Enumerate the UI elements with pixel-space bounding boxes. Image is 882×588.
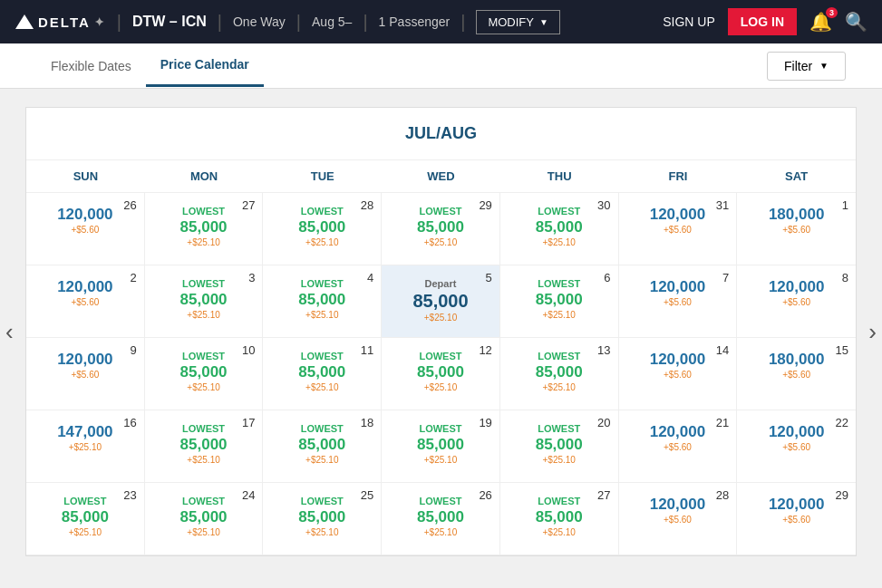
- calendar-cell[interactable]: 3LOWEST85,000+$25.10: [145, 265, 264, 338]
- cell-date-number: 23: [123, 488, 136, 502]
- calendar-cell[interactable]: 15180,000+$5.60: [737, 338, 856, 410]
- header-divider-2: |: [218, 12, 222, 33]
- login-button[interactable]: LOG IN: [728, 8, 797, 35]
- calendar-cell[interactable]: 5Depart85,000+$25.10: [382, 265, 500, 338]
- calendar-cell[interactable]: 6LOWEST85,000+$25.10: [500, 265, 619, 338]
- calendar-cell[interactable]: 28120,000+$5.60: [619, 483, 738, 555]
- calendar-cell[interactable]: 29120,000+$5.60: [737, 483, 856, 555]
- cell-price: 120,000: [625, 206, 732, 224]
- cell-label: LOWEST: [268, 278, 375, 289]
- calendar-cell[interactable]: 2120,000+$5.60: [26, 265, 145, 338]
- calendar-cell[interactable]: 21120,000+$5.60: [619, 410, 738, 483]
- calendar-cell[interactable]: 27LOWEST85,000+$25.10: [500, 483, 619, 555]
- calendar-cell[interactable]: 9120,000+$5.60: [26, 338, 145, 410]
- prev-month-button[interactable]: ‹: [5, 318, 14, 346]
- cell-price: 147,000: [32, 423, 139, 441]
- cell-price: 85,000: [268, 508, 375, 526]
- cell-label: LOWEST: [150, 278, 257, 289]
- cell-date-number: 14: [716, 343, 729, 357]
- calendar-cell[interactable]: 30LOWEST85,000+$25.10: [500, 193, 619, 265]
- route-display: DTW – ICN: [132, 14, 207, 30]
- calendar-cell[interactable]: 13LOWEST85,000+$25.10: [500, 338, 619, 410]
- cell-label: LOWEST: [268, 206, 375, 217]
- calendar-cell[interactable]: 24LOWEST85,000+$25.10: [145, 483, 264, 555]
- cell-fee: +$5.60: [742, 442, 850, 452]
- cell-fee: +$25.10: [387, 382, 494, 392]
- calendar-cell[interactable]: 20LOWEST85,000+$25.10: [500, 410, 619, 483]
- tab-price-calendar[interactable]: Price Calendar: [146, 44, 264, 87]
- logo-text: DELTA: [38, 14, 91, 30]
- calendar-cell[interactable]: 8120,000+$5.60: [737, 265, 856, 338]
- cell-date-number: 2: [130, 271, 136, 284]
- calendar-cell[interactable]: 25LOWEST85,000+$25.10: [263, 483, 382, 555]
- calendar-month-header: JUL/AUG: [26, 108, 856, 160]
- calendar-cell[interactable]: 22120,000+$5.60: [737, 410, 856, 483]
- cell-label: Depart: [387, 278, 494, 289]
- calendar-cell[interactable]: 14120,000+$5.60: [619, 338, 738, 410]
- cell-date-number: 20: [597, 416, 610, 429]
- cell-fee: +$25.10: [150, 382, 257, 392]
- cell-date-number: 10: [242, 343, 255, 357]
- filter-button[interactable]: Filter ▼: [767, 52, 846, 81]
- cell-fee: +$5.60: [32, 225, 139, 235]
- calendar-cell[interactable]: 12LOWEST85,000+$25.10: [382, 338, 500, 410]
- cell-date-number: 18: [361, 416, 373, 429]
- calendar-cell[interactable]: 7120,000+$5.60: [619, 265, 738, 338]
- calendar-cell[interactable]: 27LOWEST85,000+$25.10: [145, 193, 264, 265]
- calendar-cell[interactable]: 18LOWEST85,000+$25.10: [263, 410, 382, 483]
- modify-button[interactable]: MODIFY ▼: [476, 10, 559, 34]
- calendar-cell[interactable]: 1180,000+$5.60: [737, 193, 856, 265]
- cell-label: LOWEST: [387, 206, 494, 217]
- cell-date-number: 26: [479, 488, 491, 502]
- calendar-cell[interactable]: 4LOWEST85,000+$25.10: [263, 265, 382, 338]
- calendar-cell[interactable]: 23LOWEST85,000+$25.10: [26, 483, 145, 555]
- dow-cell-tue: TUE: [263, 160, 382, 192]
- notifications-bell[interactable]: 🔔 3: [809, 11, 832, 33]
- cell-fee: +$5.60: [625, 225, 732, 235]
- calendar-grid[interactable]: 26120,000+$5.6027LOWEST85,000+$25.1028LO…: [26, 193, 856, 555]
- tab-flexible-dates[interactable]: Flexible Dates: [36, 46, 146, 86]
- calendar-cell[interactable]: 11LOWEST85,000+$25.10: [263, 338, 382, 410]
- cell-price: 180,000: [742, 351, 850, 369]
- cell-price: 180,000: [742, 206, 850, 224]
- calendar-cell[interactable]: 31120,000+$5.60: [619, 193, 738, 265]
- cell-price: 120,000: [32, 206, 139, 224]
- cell-date-number: 27: [242, 198, 255, 212]
- dow-cell-sat: SAT: [737, 160, 856, 192]
- cell-date-number: 5: [486, 271, 492, 284]
- cell-label: LOWEST: [268, 423, 375, 434]
- next-month-button[interactable]: ›: [868, 318, 877, 346]
- calendar-cell[interactable]: 16147,000+$25.10: [26, 410, 145, 483]
- trip-type-display: One Way: [233, 14, 286, 29]
- calendar-cell[interactable]: 28LOWEST85,000+$25.10: [263, 193, 382, 265]
- calendar-cell[interactable]: 10LOWEST85,000+$25.10: [145, 338, 264, 410]
- cell-price: 85,000: [268, 363, 375, 381]
- calendar-cell[interactable]: 29LOWEST85,000+$25.10: [382, 193, 500, 265]
- dow-cell-sun: SUN: [26, 160, 145, 192]
- signup-button[interactable]: SIGN UP: [663, 14, 715, 29]
- cell-label: LOWEST: [506, 278, 613, 289]
- delta-logo[interactable]: DELTA ✦: [15, 12, 106, 32]
- cell-fee: +$5.60: [742, 370, 850, 380]
- cell-label: LOWEST: [150, 423, 257, 434]
- cell-price: 120,000: [32, 278, 139, 296]
- calendar-cell[interactable]: 17LOWEST85,000+$25.10: [145, 410, 264, 483]
- header-divider-5: |: [460, 12, 465, 33]
- cell-fee: +$25.10: [150, 527, 257, 537]
- notification-badge: 3: [826, 7, 838, 18]
- cell-price: 85,000: [506, 363, 613, 381]
- calendar-cell[interactable]: 19LOWEST85,000+$25.10: [382, 410, 500, 483]
- date-display: Aug 5–: [312, 14, 352, 29]
- cell-date-number: 29: [836, 488, 848, 502]
- search-button[interactable]: 🔍: [845, 11, 867, 33]
- month-label: JUL/AUG: [405, 124, 477, 142]
- cell-fee: +$25.10: [387, 455, 494, 465]
- cell-fee: +$5.60: [625, 515, 732, 525]
- cell-fee: +$25.10: [506, 237, 613, 247]
- calendar-cell[interactable]: 26120,000+$5.60: [26, 193, 145, 265]
- cell-date-number: 3: [248, 271, 255, 284]
- cell-date-number: 12: [479, 343, 491, 357]
- calendar-cell[interactable]: 26LOWEST85,000+$25.10: [382, 483, 500, 555]
- cell-price: 85,000: [387, 291, 494, 312]
- cell-fee: +$25.10: [150, 237, 257, 247]
